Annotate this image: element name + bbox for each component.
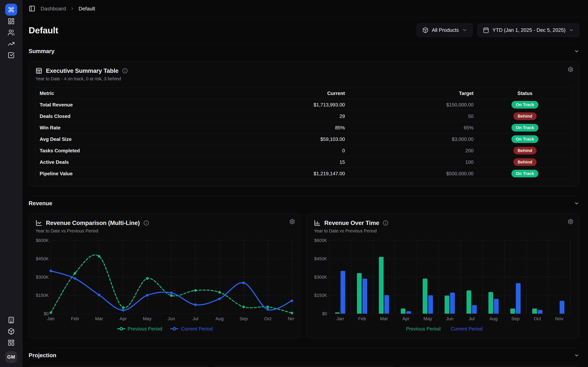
- legend-label: Current Period: [181, 326, 213, 332]
- metric-cell: Avg Deal Size: [36, 133, 263, 145]
- projection-section-title: Projection: [29, 352, 56, 359]
- page-title: Default: [29, 25, 58, 35]
- projection-card: [214, 365, 394, 367]
- svg-text:$450K: $450K: [36, 256, 49, 261]
- product-filter-label: All Products: [432, 27, 459, 33]
- panel-left-icon: [29, 5, 35, 12]
- target-cell: $500,000.00: [349, 168, 478, 179]
- target-cell: $150,000.00: [349, 99, 478, 110]
- users-icon: [8, 29, 15, 36]
- svg-text:$300K: $300K: [36, 275, 49, 280]
- status-cell: On Track: [478, 168, 572, 179]
- card-title-row: Revenue Comparison (Multi-Line): [35, 220, 294, 226]
- metric-cell: Win Rate: [36, 122, 263, 133]
- main-area: Dashboard Default Default All Products: [23, 0, 588, 367]
- current-cell: $1,713,993.00: [263, 99, 349, 110]
- breadcrumb: Dashboard Default: [41, 6, 95, 12]
- check-square-icon: [8, 52, 15, 59]
- svg-text:Nov: Nov: [288, 316, 294, 321]
- svg-text:Feb: Feb: [71, 316, 79, 321]
- page-content: Default All Products: [23, 17, 588, 367]
- current-cell: $1,219,147.00: [263, 168, 349, 179]
- projection-collapse-button[interactable]: [574, 353, 579, 358]
- revenue-collapse-button[interactable]: [574, 201, 579, 206]
- column-header-target: Target: [349, 88, 478, 99]
- target-cell: 50: [349, 110, 478, 122]
- legend-item: Previous Period: [117, 326, 162, 332]
- projection-cards-row: [29, 365, 579, 367]
- sidebar-item-tasks[interactable]: [6, 50, 17, 61]
- card-title: Revenue Over Time: [324, 220, 379, 226]
- card-subtitle: Year to Date vs Previous Period: [314, 228, 572, 234]
- svg-text:Jun: Jun: [446, 316, 453, 321]
- legend-label: Current Period: [451, 326, 483, 332]
- revenue-charts-row: Revenue Comparison (Multi-Line) Year to …: [29, 213, 579, 339]
- card-settings-button[interactable]: [568, 67, 573, 72]
- chevron-down-icon: [574, 201, 579, 206]
- sidebar-toggle-button[interactable]: [29, 5, 35, 12]
- user-avatar[interactable]: GM: [5, 351, 17, 363]
- svg-text:Mar: Mar: [380, 316, 388, 321]
- sidebar-item-products[interactable]: [6, 326, 17, 337]
- summary-collapse-button[interactable]: [574, 49, 579, 54]
- svg-text:$150K: $150K: [36, 293, 49, 298]
- svg-text:Nov: Nov: [555, 316, 563, 321]
- info-icon[interactable]: [383, 220, 388, 226]
- sidebar-item-dashboards[interactable]: [6, 16, 17, 27]
- target-cell: $3,000.00: [349, 133, 478, 145]
- current-cell: 29: [263, 110, 349, 122]
- sidebar-item-contacts[interactable]: [6, 27, 17, 38]
- workspace-button[interactable]: [5, 4, 17, 16]
- legend-line-marker: [117, 327, 126, 331]
- legend-item: Current Period: [170, 326, 213, 332]
- sidebar-item-deals[interactable]: [6, 38, 17, 50]
- svg-text:$600K: $600K: [36, 238, 49, 243]
- metric-cell: Pipeline Value: [36, 168, 263, 179]
- legend-label: Previous Period: [128, 326, 162, 332]
- svg-text:Jan: Jan: [47, 316, 54, 321]
- line-chart-icon: [35, 220, 42, 226]
- status-badge: On Track: [511, 101, 538, 108]
- svg-text:Jul: Jul: [192, 316, 198, 321]
- card-settings-button[interactable]: [289, 219, 295, 225]
- revenue-section-header: Revenue: [29, 200, 579, 207]
- card-settings-button[interactable]: [568, 219, 573, 225]
- breadcrumb-dashboard[interactable]: Dashboard: [41, 6, 66, 12]
- status-cell: On Track: [478, 133, 572, 145]
- bar-chart-icon: [314, 220, 321, 226]
- svg-text:Feb: Feb: [358, 316, 366, 321]
- svg-text:Jun: Jun: [168, 316, 175, 321]
- revenue-section-title: Revenue: [29, 200, 52, 207]
- projection-section-header: Projection: [29, 352, 579, 359]
- current-cell: 0: [263, 145, 349, 156]
- status-cell: Behind: [478, 156, 572, 168]
- summary-table: MetricCurrentTargetStatus Total Revenue$…: [35, 87, 572, 179]
- gear-icon: [568, 67, 573, 72]
- info-icon[interactable]: [144, 220, 149, 226]
- metric-cell: Active Deals: [36, 156, 263, 168]
- card-title-row: Executive Summary Table: [35, 67, 572, 74]
- layout-dashboard-icon: [8, 18, 15, 25]
- column-header-status: Status: [478, 88, 572, 99]
- table-row: Pipeline Value$1,219,147.00$500,000.00On…: [36, 168, 572, 179]
- sidebar-item-apps[interactable]: [6, 337, 17, 348]
- status-cell: Behind: [478, 110, 572, 122]
- table-row: Deals Closed2950Behind: [36, 110, 572, 122]
- sidebar-bottom-group: GM: [5, 314, 17, 363]
- date-range-button[interactable]: YTD (Jan 1, 2025 - Dec 5, 2025): [477, 23, 579, 37]
- topbar: Dashboard Default: [23, 0, 588, 17]
- metric-cell: Total Revenue: [36, 99, 263, 110]
- status-cell: On Track: [478, 99, 572, 110]
- building-icon: [8, 317, 15, 324]
- product-filter-button[interactable]: All Products: [417, 23, 473, 37]
- svg-text:Aug: Aug: [216, 316, 224, 321]
- card-title: Revenue Comparison (Multi-Line): [46, 220, 140, 226]
- column-header-current: Current: [263, 88, 349, 99]
- sidebar-item-companies[interactable]: [6, 314, 17, 326]
- app-root: GM Dashboard Default Default: [0, 0, 588, 367]
- svg-text:$300K: $300K: [314, 275, 327, 280]
- legend-item: Current Period: [449, 326, 483, 332]
- svg-text:Sep: Sep: [240, 316, 248, 321]
- info-icon[interactable]: [122, 68, 128, 74]
- svg-text:$150K: $150K: [314, 293, 327, 298]
